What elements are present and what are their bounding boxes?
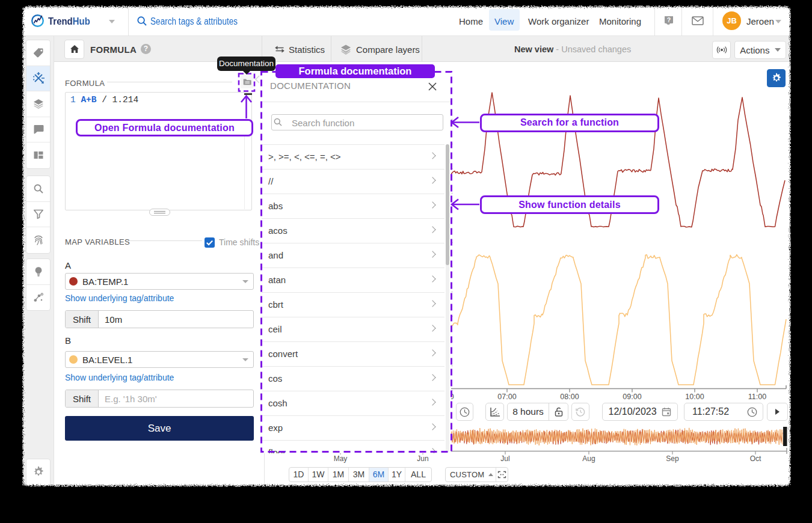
- svg-text:Jun: Jun: [417, 454, 428, 463]
- svg-text:May: May: [334, 454, 348, 463]
- svg-text:Aug: Aug: [582, 454, 595, 463]
- svg-text:11:00: 11:00: [748, 393, 766, 401]
- svg-text:08:00: 08:00: [560, 393, 579, 401]
- svg-text:Sep: Sep: [666, 454, 679, 463]
- svg-text:Oct: Oct: [750, 454, 761, 463]
- svg-text:07:00: 07:00: [497, 393, 516, 401]
- svg-text:10:00: 10:00: [685, 393, 704, 401]
- svg-text:?: ?: [667, 16, 671, 23]
- svg-text:Jul: Jul: [500, 454, 509, 463]
- svg-text:09:00: 09:00: [623, 393, 641, 401]
